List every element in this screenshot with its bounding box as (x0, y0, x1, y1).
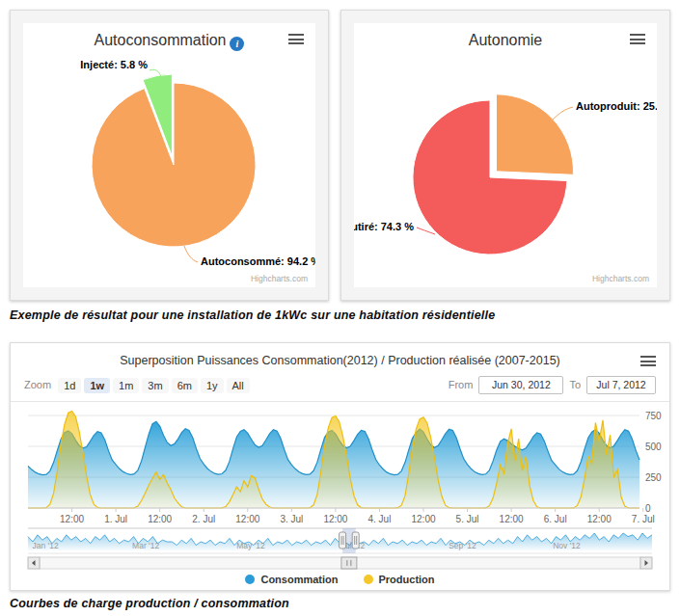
pie-label-connector (184, 246, 198, 262)
x-axis-label: 1. Jul (104, 514, 127, 524)
date-range: From To (449, 376, 656, 394)
pie-slice-autoproduit[interactable] (497, 94, 574, 175)
zoom-button-1m[interactable]: 1m (113, 378, 139, 393)
x-axis-label: 6. Jul (544, 514, 567, 524)
highcharts-credit[interactable]: Highcharts.com (592, 274, 649, 283)
scrollbar-track[interactable] (40, 557, 640, 569)
x-axis-label: 12:00 (411, 514, 435, 524)
x-axis-label: 12:00 (587, 514, 612, 524)
navigator-month-label: Jan '12 (33, 541, 59, 550)
chart-menu-icon[interactable] (630, 34, 645, 47)
x-axis-label: 12:00 (148, 514, 172, 524)
navigator-month-label: Nov '12 (553, 541, 581, 550)
x-axis-label: 2. Jul (192, 514, 215, 524)
highcharts-credit[interactable]: Highcharts.com (251, 274, 308, 283)
autoconsommation-title: Autoconsommationi (23, 32, 315, 51)
chart-menu-icon[interactable] (288, 34, 304, 47)
caption-courbes: Courbes de charge production / consommat… (10, 597, 680, 610)
autoconsommation-chart: Autoconsommationi Autoconsommé: 94.2 %In… (23, 23, 315, 287)
zoom-button-1d[interactable]: 1d (58, 378, 81, 393)
navigator-right-handle[interactable] (352, 532, 359, 549)
x-axis-label: 12:00 (60, 514, 84, 524)
x-axis-label: 7. Jul (632, 514, 655, 524)
navigator-month-label: Mar '12 (132, 541, 159, 550)
pie-slice-autoconsommé[interactable] (92, 83, 256, 247)
info-icon[interactable]: i (230, 37, 244, 51)
x-axis-label: 12:00 (323, 514, 347, 524)
zoom-label: Zoom (24, 379, 51, 390)
scrollbar-left-arrow[interactable] (28, 557, 40, 569)
legend-label: Consommation (260, 574, 338, 585)
autonomie-title-text: Autonomie (469, 32, 543, 48)
superposition-chart-card: Superposition Puissances Consommation(20… (10, 342, 670, 591)
y-axis-label: 750 (645, 411, 662, 421)
pie-data-label-autoproduit: Autoproduit: 25.7 % (576, 100, 657, 112)
legend-item-production[interactable]: Production (364, 574, 435, 585)
y-axis-label: 250 (645, 472, 662, 483)
stock-chart-title: Superposition Puissances Consommation(20… (11, 354, 669, 367)
pie-charts-row: Autoconsommationi Autoconsommé: 94.2 %In… (0, 0, 680, 301)
scrollbar-thumb[interactable] (341, 557, 357, 569)
to-label: To (569, 379, 581, 390)
autoconsommation-title-text: Autoconsommation (95, 32, 227, 48)
x-axis-label: 12:00 (235, 514, 259, 524)
legend-label: Production (379, 574, 435, 585)
navigator-left-handle[interactable] (340, 532, 346, 549)
navigator-month-label: May '12 (236, 541, 265, 550)
autonomie-pie: Autoproduit: 25.7 %Soutiré: 74.3 % (354, 23, 657, 285)
navigator-area: Jan '12Mar '12May '12Jul '12Sep '12Nov '… (11, 527, 669, 572)
pie-data-label-autoconsommé: Autoconsommé: 94.2 % (201, 255, 315, 267)
y-axis-label: 0 (645, 503, 651, 514)
zoom-button-6m[interactable]: 6m (172, 378, 198, 393)
caption-installation: Exemple de résultat pour une installatio… (10, 308, 680, 322)
chart-legend: ConsommationProduction (11, 572, 669, 587)
autonomie-title: Autonomie (354, 32, 657, 49)
autonomie-chart: Autonomie Autoproduit: 25.7 %Soutiré: 74… (354, 23, 657, 287)
zoom-button-1w[interactable]: 1w (84, 378, 110, 393)
x-axis-label: 5. Jul (456, 514, 479, 524)
x-axis-label: 3. Jul (280, 514, 303, 524)
zoom-button-1y[interactable]: 1y (201, 378, 224, 393)
x-axis-label: 12:00 (500, 514, 524, 524)
autonomie-card: Autonomie Autoproduit: 25.7 %Soutiré: 74… (340, 10, 670, 301)
legend-item-consommation[interactable]: Consommation (245, 574, 338, 585)
zoom-button-all[interactable]: All (227, 378, 250, 393)
autoconsommation-card: Autoconsommationi Autoconsommé: 94.2 %In… (10, 10, 329, 301)
range-selector: Zoom 1d1w1m3m6m1yAll From To (24, 375, 656, 394)
x-axis-label: 4. Jul (368, 514, 392, 524)
navigator-month-label: Sep '12 (449, 541, 476, 550)
main-plot-area: 025050075012:001. Jul12:002. Jul12:003. … (11, 402, 669, 527)
zoom-buttons: 1d1w1m3m6m1yAll (58, 376, 253, 393)
pie-label-connector (552, 107, 573, 121)
legend-marker-consommation (245, 575, 255, 584)
pie-data-label-soutiré: Soutiré: 74.3 % (354, 221, 414, 232)
y-axis-label: 500 (645, 442, 662, 452)
legend-marker-production (364, 575, 373, 584)
zoom-button-3m[interactable]: 3m (142, 378, 168, 393)
pie-data-label-injecté: Injecté: 5.8 % (80, 59, 148, 70)
chart-menu-icon[interactable] (640, 356, 656, 369)
from-label: From (449, 379, 474, 390)
autoconsommation-pie: Autoconsommé: 94.2 %Injecté: 5.8 % (23, 23, 315, 285)
to-date-input[interactable] (586, 376, 656, 394)
from-date-input[interactable] (478, 376, 563, 394)
scrollbar-right-arrow[interactable] (640, 557, 652, 569)
